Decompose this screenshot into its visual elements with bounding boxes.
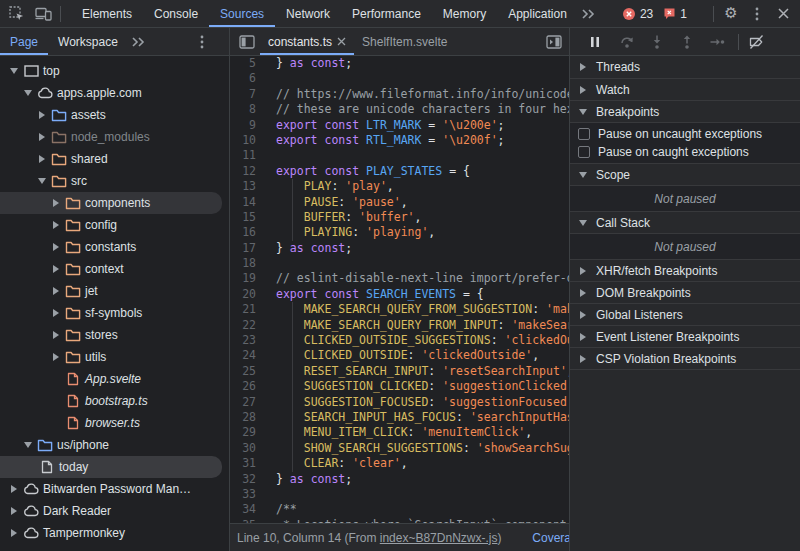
navigator-more-tabs-icon[interactable]: [128, 29, 148, 55]
breakpoint-option-pause-on-caught-exceptions[interactable]: Pause on caught exceptions: [570, 143, 800, 161]
tab-console[interactable]: Console: [143, 0, 209, 27]
line-number[interactable]: 30: [230, 441, 256, 456]
tree-item-today[interactable]: today: [0, 456, 222, 478]
line-number[interactable]: 21: [230, 302, 256, 317]
tree-item-src[interactable]: src: [0, 170, 222, 192]
section-threads[interactable]: Threads: [570, 56, 800, 78]
line-number[interactable]: 25: [230, 364, 256, 379]
deactivate-breakpoints-icon[interactable]: [743, 29, 769, 55]
step-into-icon[interactable]: [644, 29, 670, 55]
tree-item-top[interactable]: top: [0, 60, 222, 82]
tree-item-context[interactable]: context: [0, 258, 222, 280]
line-number[interactable]: 22: [230, 318, 256, 333]
breakpoint-option-pause-on-uncaught-exceptions[interactable]: Pause on uncaught exceptions: [570, 125, 800, 143]
tree-item-utils[interactable]: utils: [0, 346, 222, 368]
section-xhr-fetch-breakpoints[interactable]: XHR/fetch Breakpoints: [570, 259, 800, 281]
tab-performance[interactable]: Performance: [341, 0, 432, 27]
tree-item-app-svelte[interactable]: App.svelte: [0, 368, 222, 390]
errors-badge[interactable]: 23: [622, 7, 653, 21]
tree-item-tampermonkey[interactable]: Tampermonkey: [0, 522, 222, 544]
line-number[interactable]: 14: [230, 195, 256, 210]
close-tab-icon[interactable]: [337, 37, 346, 46]
tab-sources[interactable]: Sources: [209, 0, 275, 27]
tab-elements[interactable]: Elements: [71, 0, 143, 27]
line-number[interactable]: 26: [230, 379, 256, 394]
settings-gear-icon[interactable]: ⚙: [718, 1, 744, 27]
line-number[interactable]: 17: [230, 241, 256, 256]
line-number[interactable]: 34: [230, 502, 256, 517]
tree-item-dark-reader[interactable]: Dark Reader: [0, 500, 222, 522]
tree-item-bootstrap-ts[interactable]: bootstrap.ts: [0, 390, 222, 412]
line-number[interactable]: 6: [230, 71, 256, 86]
line-number[interactable]: 18: [230, 256, 256, 271]
tab-network[interactable]: Network: [275, 0, 341, 27]
checkbox-unchecked[interactable]: [578, 128, 590, 140]
source-map-file-link[interactable]: index~B87DnNzwx-.js: [380, 531, 498, 545]
tree-item-stores[interactable]: stores: [0, 324, 222, 346]
navigator-tab-page[interactable]: Page: [0, 28, 48, 55]
tree-item-sf-symbols[interactable]: sf-symbols: [0, 302, 222, 324]
section-scope[interactable]: Scope: [570, 163, 800, 185]
tree-item-node-modules[interactable]: node_modules: [0, 126, 222, 148]
editor-tab-shelfitem-svelte[interactable]: ShelfItem.svelte: [354, 28, 455, 55]
line-number[interactable]: 27: [230, 395, 256, 410]
section-watch[interactable]: Watch: [570, 78, 800, 100]
line-number[interactable]: 12: [230, 164, 256, 179]
line-number[interactable]: 8: [230, 102, 256, 117]
line-number[interactable]: 20: [230, 287, 256, 302]
pause-icon[interactable]: [582, 29, 608, 55]
section-call-stack[interactable]: Call Stack: [570, 211, 800, 233]
tab-memory[interactable]: Memory: [432, 0, 497, 27]
step-over-icon[interactable]: [614, 29, 640, 55]
inspect-element-icon[interactable]: [4, 1, 30, 27]
tree-item-bitwarden-password-man[interactable]: Bitwarden Password Man…: [0, 478, 222, 500]
line-number[interactable]: 31: [230, 456, 256, 471]
checkbox-unchecked[interactable]: [578, 146, 590, 158]
device-toolbar-icon[interactable]: [30, 1, 56, 27]
line-number[interactable]: 33: [230, 487, 256, 502]
line-number[interactable]: 5: [230, 56, 256, 71]
section-global-listeners[interactable]: Global Listeners: [570, 303, 800, 325]
section-event-listener-breakpoints[interactable]: Event Listener Breakpoints: [570, 325, 800, 347]
line-number[interactable]: 29: [230, 425, 256, 440]
tree-item-components[interactable]: components: [0, 192, 222, 214]
more-panels-icon[interactable]: [578, 1, 598, 27]
line-number[interactable]: 35: [230, 518, 256, 523]
tree-item-jet[interactable]: jet: [0, 280, 222, 302]
line-number[interactable]: 10: [230, 133, 256, 148]
step-out-icon[interactable]: [674, 29, 700, 55]
section-breakpoints[interactable]: Breakpoints: [570, 100, 800, 122]
tree-item-shared[interactable]: shared: [0, 148, 222, 170]
section-csp-violation-breakpoints[interactable]: CSP Violation Breakpoints: [570, 347, 800, 369]
step-icon[interactable]: [704, 29, 730, 55]
tab-application[interactable]: Application: [497, 0, 578, 27]
line-number[interactable]: 19: [230, 271, 256, 286]
line-number[interactable]: 16: [230, 225, 256, 240]
line-number[interactable]: 24: [230, 348, 256, 363]
more-options-kebab-icon[interactable]: [744, 1, 770, 27]
line-number[interactable]: 7: [230, 87, 256, 102]
line-number[interactable]: 28: [230, 410, 256, 425]
line-number[interactable]: 15: [230, 210, 256, 225]
editor-tab-constants-ts[interactable]: constants.ts: [260, 28, 354, 55]
line-number[interactable]: 23: [230, 333, 256, 348]
tree-item-config[interactable]: config: [0, 214, 222, 236]
line-number[interactable]: 9: [230, 118, 256, 133]
section-dom-breakpoints[interactable]: DOM Breakpoints: [570, 281, 800, 303]
close-devtools-icon[interactable]: [770, 1, 796, 27]
coverage-link[interactable]: Covera: [532, 531, 569, 545]
toggle-debugger-panel-icon[interactable]: [541, 29, 567, 55]
tree-item-us-iphone[interactable]: us/iphone: [0, 434, 222, 456]
navigator-tab-workspace[interactable]: Workspace: [48, 28, 128, 55]
tree-item-constants[interactable]: constants: [0, 236, 222, 258]
tree-item-browser-ts[interactable]: browser.ts: [0, 412, 222, 434]
tree-item-apps-apple-com[interactable]: apps.apple.com: [0, 82, 222, 104]
line-number[interactable]: 32: [230, 472, 256, 487]
line-number[interactable]: 13: [230, 179, 256, 194]
code-editor[interactable]: 5} as const;67// https://www.fileformat.…: [230, 56, 569, 523]
line-number[interactable]: 11: [230, 148, 256, 163]
toggle-navigator-panel-icon[interactable]: [234, 29, 260, 55]
tree-item-assets[interactable]: assets: [0, 104, 222, 126]
issues-badge[interactable]: 1: [663, 7, 687, 21]
navigator-kebab-icon[interactable]: [189, 29, 215, 55]
